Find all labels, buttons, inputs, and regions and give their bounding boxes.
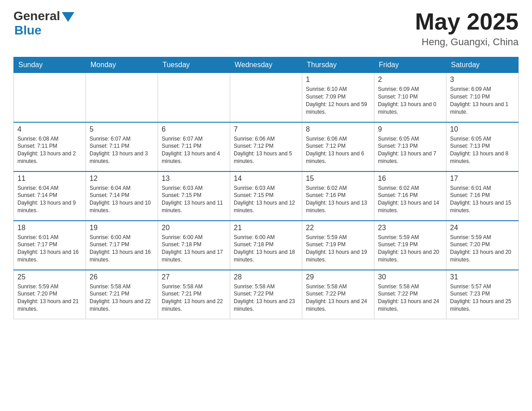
calendar-header-tuesday: Tuesday	[158, 57, 230, 73]
day-info: Sunrise: 6:03 AMSunset: 7:15 PMDaylight:…	[162, 184, 226, 214]
calendar-cell: 17Sunrise: 6:01 AMSunset: 7:16 PMDayligh…	[446, 171, 519, 221]
calendar-cell: 26Sunrise: 5:58 AMSunset: 7:21 PMDayligh…	[86, 270, 158, 319]
day-number: 30	[378, 273, 442, 281]
day-info: Sunrise: 6:04 AMSunset: 7:14 PMDaylight:…	[90, 184, 154, 214]
day-info: Sunrise: 5:59 AMSunset: 7:20 PMDaylight:…	[450, 234, 515, 264]
day-info: Sunrise: 6:07 AMSunset: 7:11 PMDaylight:…	[162, 135, 226, 165]
calendar-cell: 13Sunrise: 6:03 AMSunset: 7:15 PMDayligh…	[158, 171, 230, 221]
day-number: 18	[17, 224, 82, 232]
calendar-table: SundayMondayTuesdayWednesdayThursdayFrid…	[13, 57, 519, 319]
calendar-cell: 1Sunrise: 6:10 AMSunset: 7:09 PMDaylight…	[302, 73, 374, 122]
day-info: Sunrise: 6:01 AMSunset: 7:17 PMDaylight:…	[17, 234, 82, 264]
day-info: Sunrise: 6:00 AMSunset: 7:17 PMDaylight:…	[90, 234, 154, 264]
day-number: 31	[450, 273, 515, 281]
calendar-header-sunday: Sunday	[14, 57, 86, 73]
day-number: 12	[90, 175, 154, 183]
calendar-cell: 27Sunrise: 5:58 AMSunset: 7:21 PMDayligh…	[158, 270, 230, 319]
calendar-cell: 7Sunrise: 6:06 AMSunset: 7:12 PMDaylight…	[230, 122, 302, 171]
day-number: 2	[378, 76, 442, 84]
calendar-cell: 12Sunrise: 6:04 AMSunset: 7:14 PMDayligh…	[86, 171, 158, 221]
day-info: Sunrise: 6:00 AMSunset: 7:18 PMDaylight:…	[234, 234, 298, 264]
day-info: Sunrise: 6:10 AMSunset: 7:09 PMDaylight:…	[306, 86, 370, 116]
day-info: Sunrise: 5:59 AMSunset: 7:19 PMDaylight:…	[306, 234, 370, 264]
day-info: Sunrise: 5:58 AMSunset: 7:21 PMDaylight:…	[162, 283, 226, 313]
logo-triangle-icon	[62, 12, 74, 22]
logo-general-text: General	[13, 9, 60, 23]
calendar-header-thursday: Thursday	[302, 57, 374, 73]
calendar-cell: 10Sunrise: 6:05 AMSunset: 7:13 PMDayligh…	[446, 122, 519, 171]
calendar-cell: 2Sunrise: 6:09 AMSunset: 7:10 PMDaylight…	[374, 73, 446, 122]
logo-blue-text: Blue	[14, 23, 42, 37]
calendar-week-row: 1Sunrise: 6:10 AMSunset: 7:09 PMDaylight…	[14, 73, 519, 122]
day-info: Sunrise: 6:09 AMSunset: 7:10 PMDaylight:…	[450, 86, 515, 116]
day-info: Sunrise: 5:59 AMSunset: 7:19 PMDaylight:…	[378, 234, 442, 264]
calendar-cell: 29Sunrise: 5:58 AMSunset: 7:22 PMDayligh…	[302, 270, 374, 319]
calendar-header-saturday: Saturday	[446, 57, 519, 73]
day-number: 25	[17, 273, 82, 281]
day-number: 14	[234, 175, 298, 183]
calendar-cell: 18Sunrise: 6:01 AMSunset: 7:17 PMDayligh…	[14, 221, 86, 270]
day-number: 23	[378, 224, 442, 232]
day-number: 15	[306, 175, 370, 183]
day-number: 9	[378, 125, 442, 133]
calendar-cell	[14, 73, 86, 122]
calendar-cell	[86, 73, 158, 122]
day-number: 21	[234, 224, 298, 232]
day-number: 8	[306, 125, 370, 133]
day-number: 24	[450, 224, 515, 232]
day-number: 22	[306, 224, 370, 232]
location-text: Heng, Guangxi, China	[415, 36, 519, 48]
day-info: Sunrise: 5:57 AMSunset: 7:23 PMDaylight:…	[450, 283, 515, 313]
day-number: 11	[17, 175, 82, 183]
logo: General Blue	[13, 9, 74, 38]
day-info: Sunrise: 6:09 AMSunset: 7:10 PMDaylight:…	[378, 86, 442, 116]
day-info: Sunrise: 6:00 AMSunset: 7:18 PMDaylight:…	[162, 234, 226, 264]
day-number: 27	[162, 273, 226, 281]
day-info: Sunrise: 6:02 AMSunset: 7:16 PMDaylight:…	[378, 184, 442, 214]
day-info: Sunrise: 6:08 AMSunset: 7:11 PMDaylight:…	[17, 135, 82, 165]
day-info: Sunrise: 6:01 AMSunset: 7:16 PMDaylight:…	[450, 184, 515, 214]
day-info: Sunrise: 6:05 AMSunset: 7:13 PMDaylight:…	[378, 135, 442, 165]
month-title: May 2025	[415, 9, 519, 34]
day-info: Sunrise: 6:02 AMSunset: 7:16 PMDaylight:…	[306, 184, 370, 214]
day-number: 29	[306, 273, 370, 281]
day-number: 10	[450, 125, 515, 133]
calendar-cell: 30Sunrise: 5:58 AMSunset: 7:22 PMDayligh…	[374, 270, 446, 319]
calendar-header-wednesday: Wednesday	[230, 57, 302, 73]
calendar-header-monday: Monday	[86, 57, 158, 73]
day-number: 4	[17, 125, 82, 133]
calendar-cell: 19Sunrise: 6:00 AMSunset: 7:17 PMDayligh…	[86, 221, 158, 270]
day-info: Sunrise: 5:58 AMSunset: 7:22 PMDaylight:…	[378, 283, 442, 313]
calendar-cell: 24Sunrise: 5:59 AMSunset: 7:20 PMDayligh…	[446, 221, 519, 270]
day-number: 3	[450, 76, 515, 84]
day-info: Sunrise: 5:58 AMSunset: 7:22 PMDaylight:…	[234, 283, 298, 313]
day-info: Sunrise: 5:58 AMSunset: 7:21 PMDaylight:…	[90, 283, 154, 313]
calendar-cell: 25Sunrise: 5:59 AMSunset: 7:20 PMDayligh…	[14, 270, 86, 319]
calendar-header-row: SundayMondayTuesdayWednesdayThursdayFrid…	[14, 57, 519, 73]
calendar-cell	[230, 73, 302, 122]
day-number: 28	[234, 273, 298, 281]
calendar-cell: 21Sunrise: 6:00 AMSunset: 7:18 PMDayligh…	[230, 221, 302, 270]
calendar-cell: 5Sunrise: 6:07 AMSunset: 7:11 PMDaylight…	[86, 122, 158, 171]
day-info: Sunrise: 6:05 AMSunset: 7:13 PMDaylight:…	[450, 135, 515, 165]
day-number: 7	[234, 125, 298, 133]
day-number: 19	[90, 224, 154, 232]
calendar-cell: 16Sunrise: 6:02 AMSunset: 7:16 PMDayligh…	[374, 171, 446, 221]
day-number: 1	[306, 76, 370, 84]
calendar-cell: 11Sunrise: 6:04 AMSunset: 7:14 PMDayligh…	[14, 171, 86, 221]
day-number: 20	[162, 224, 226, 232]
day-number: 17	[450, 175, 515, 183]
calendar-cell: 15Sunrise: 6:02 AMSunset: 7:16 PMDayligh…	[302, 171, 374, 221]
calendar-cell: 22Sunrise: 5:59 AMSunset: 7:19 PMDayligh…	[302, 221, 374, 270]
calendar-week-row: 11Sunrise: 6:04 AMSunset: 7:14 PMDayligh…	[14, 171, 519, 221]
day-info: Sunrise: 5:58 AMSunset: 7:22 PMDaylight:…	[306, 283, 370, 313]
calendar-cell: 28Sunrise: 5:58 AMSunset: 7:22 PMDayligh…	[230, 270, 302, 319]
calendar-header-friday: Friday	[374, 57, 446, 73]
day-info: Sunrise: 6:04 AMSunset: 7:14 PMDaylight:…	[17, 184, 82, 214]
day-number: 26	[90, 273, 154, 281]
day-info: Sunrise: 6:06 AMSunset: 7:12 PMDaylight:…	[234, 135, 298, 165]
calendar-week-row: 25Sunrise: 5:59 AMSunset: 7:20 PMDayligh…	[14, 270, 519, 319]
calendar-cell: 6Sunrise: 6:07 AMSunset: 7:11 PMDaylight…	[158, 122, 230, 171]
calendar-cell	[158, 73, 230, 122]
day-info: Sunrise: 6:03 AMSunset: 7:15 PMDaylight:…	[234, 184, 298, 214]
